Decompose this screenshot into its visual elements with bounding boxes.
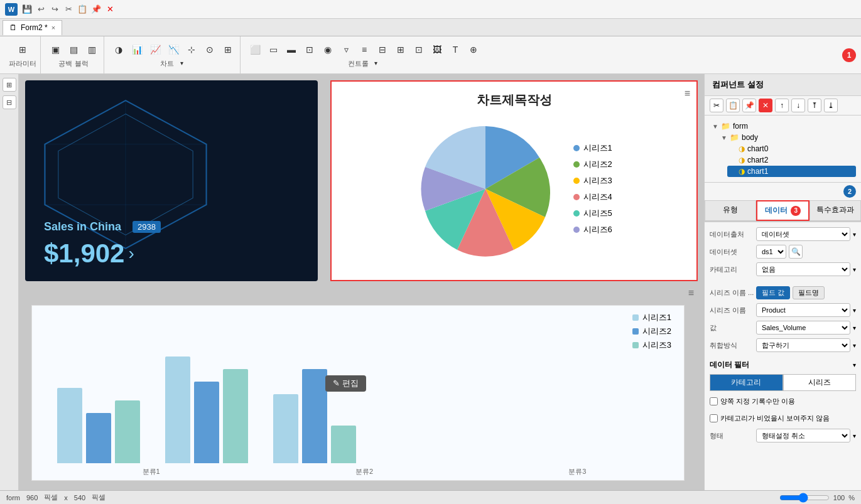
tree-form[interactable]: ▼ 📁 form: [710, 121, 856, 132]
chart-line-icon[interactable]: 📈: [147, 41, 163, 58]
zoom-level: 100: [833, 494, 845, 501]
legend-dot-1: [573, 145, 580, 151]
bar-label-1: 분류1: [57, 467, 245, 476]
pie-chart-body: 시리즈1 시리즈2 시리즈3: [332, 114, 696, 264]
dataset-search-btn[interactable]: 🔍: [789, 245, 803, 259]
copy-btn[interactable]: 📋: [77, 4, 88, 15]
tree-chart0[interactable]: ◑ chart0: [727, 143, 856, 154]
chart-area-icon[interactable]: 📉: [165, 41, 181, 58]
panel-bottom-btn[interactable]: ⤓: [824, 99, 838, 112]
chart-bar-icon[interactable]: 📊: [129, 41, 145, 58]
control-dropdown-btn[interactable]: ▾: [371, 58, 381, 68]
tree-panel: ▼ 📁 form ▼ 📁 body ◑ chart0 ◑ chart2: [705, 115, 861, 183]
zoom-slider[interactable]: [779, 493, 830, 503]
tab-type[interactable]: 유형: [705, 200, 756, 221]
field-name-btn[interactable]: 필드명: [793, 286, 825, 299]
chart-label: 차트: [160, 59, 174, 68]
ctrl-8[interactable]: ⊟: [374, 41, 391, 58]
ctrl-6[interactable]: ▿: [338, 41, 354, 58]
checkbox-1[interactable]: [710, 397, 718, 405]
prop-form-select[interactable]: 형태설정 취소: [756, 429, 850, 442]
tab-close-btn[interactable]: ×: [51, 24, 55, 31]
block-icon-2[interactable]: ▤: [65, 41, 82, 58]
ctrl-9[interactable]: ⊞: [393, 41, 409, 58]
horiz-scroll-icon[interactable]: ≡: [688, 287, 694, 299]
save-btn[interactable]: 💾: [21, 4, 33, 15]
ctrl-13[interactable]: ⊕: [465, 41, 482, 58]
panel-cut-btn[interactable]: ✂: [710, 99, 723, 112]
toolbar: ⊞ 파라미터 ▣ ▤ ▥ 공백 블럭 ◑ 📊 📈 📉 ⊹ ⊙ ⊞: [0, 36, 861, 74]
chart-bubble-icon[interactable]: ⊙: [202, 41, 218, 58]
ctrl-7[interactable]: ≡: [356, 41, 372, 58]
ctrl-10[interactable]: ⊡: [411, 41, 427, 58]
ctrl-11[interactable]: 🖼: [429, 41, 445, 58]
canvas-scroll[interactable]: Sales in China 2938 $1,902 › ≡ 차트제목작성: [19, 74, 704, 490]
form2-tab[interactable]: 🗒 Form2 * ×: [3, 20, 62, 35]
chart-scatter-icon[interactable]: ⊹: [183, 41, 200, 58]
cut-btn[interactable]: ✂: [63, 4, 74, 15]
checkbox-2[interactable]: [710, 414, 718, 422]
tab-data[interactable]: 데이터 3: [756, 200, 809, 221]
tab-effects[interactable]: 특수효과과: [810, 200, 861, 221]
tree-body[interactable]: ▼ 📁 body: [718, 132, 856, 143]
chart-dropdown-btn[interactable]: ▾: [176, 58, 187, 68]
block-icon-1[interactable]: ▣: [47, 41, 63, 58]
undo-btn[interactable]: ↩: [35, 4, 46, 15]
chart-menu-icon[interactable]: ≡: [685, 88, 690, 99]
panel-up-btn[interactable]: ↑: [775, 99, 789, 112]
prop-category-select[interactable]: 없음: [756, 262, 850, 276]
tree-chart1-label: chart1: [747, 167, 768, 176]
category-dropdown-icon: ▾: [853, 266, 856, 273]
value-dropdown-icon: ▾: [853, 324, 856, 331]
filter-tab-series[interactable]: 시리즈: [783, 374, 857, 391]
redo-btn[interactable]: ↪: [49, 4, 60, 15]
chart-grid-icon[interactable]: ⊞: [220, 41, 236, 58]
legend-label-1: 시리즈1: [583, 142, 612, 154]
ctrl-5[interactable]: ◉: [320, 41, 336, 58]
chart-section: ◑ 📊 📈 📉 ⊹ ⊙ ⊞ 차트 ▾: [111, 41, 236, 68]
status-form-label: form: [6, 494, 20, 501]
prop-aggregate-select[interactable]: 합구하기: [756, 338, 850, 352]
zoom-unit: %: [848, 494, 855, 501]
checkbox-2-label: 카테고리가 비었을시 보여주지 않음: [720, 414, 830, 423]
paste-btn[interactable]: 📌: [90, 4, 102, 15]
panel-paste-btn[interactable]: 📌: [742, 99, 756, 112]
tree-chart2-label: chart2: [747, 156, 768, 164]
toolbar-param-group: ⊞ 파라미터: [5, 36, 41, 73]
dark-value: $1,902: [44, 239, 124, 269]
close-btn[interactable]: ✕: [104, 4, 116, 15]
tree-chart1[interactable]: ◑ chart1: [727, 166, 856, 177]
chart-pie-icon[interactable]: ◑: [111, 41, 127, 58]
panel-top-btn[interactable]: ⤒: [808, 99, 821, 112]
param-icon[interactable]: ⊞: [14, 41, 31, 58]
prop-dataset-label: 데이터셋: [710, 247, 754, 257]
data-filter-arrow: ▾: [853, 362, 856, 368]
ctrl-3[interactable]: ▬: [283, 41, 300, 58]
bar-1-2: [86, 413, 111, 463]
field-value-btn[interactable]: 필드 값: [756, 286, 790, 299]
form-icon: 📁: [721, 122, 730, 131]
tree-chart2[interactable]: ◑ chart2: [727, 154, 856, 166]
panel-down-btn[interactable]: ↓: [791, 99, 805, 112]
tree-toggle-form: ▼: [712, 123, 718, 130]
prop-datasource-select[interactable]: 데이터셋: [756, 227, 850, 241]
ctrl-1[interactable]: ⬜: [247, 41, 263, 58]
ctrl-12[interactable]: T: [447, 41, 463, 58]
edit-badge[interactable]: ✎ 편집: [325, 375, 366, 392]
chart-icons: ◑ 📊 📈 📉 ⊹ ⊙ ⊞: [111, 41, 236, 58]
prop-series-field-select[interactable]: Product: [756, 303, 850, 317]
ctrl-2[interactable]: ▭: [265, 41, 281, 58]
bar-legend: 시리즈1 시리즈2 시리즈3: [632, 312, 671, 351]
prop-value-select[interactable]: Sales_Volume: [756, 321, 850, 335]
tree-chart0-label: chart0: [747, 144, 768, 153]
panel-copy-btn[interactable]: 📋: [726, 99, 740, 112]
prop-dataset-select[interactable]: ds1: [756, 245, 786, 259]
sidebar-btn-1[interactable]: ⊞: [3, 78, 16, 92]
ctrl-4[interactable]: ⊡: [301, 41, 318, 58]
status-height-unit: 픽셀: [92, 493, 106, 502]
block-icon-3[interactable]: ▥: [84, 41, 100, 58]
sidebar-btn-2[interactable]: ⊟: [3, 95, 16, 109]
legend-item-1: 시리즈1: [573, 142, 612, 154]
panel-delete-btn[interactable]: ✕: [759, 99, 772, 112]
filter-tab-category[interactable]: 카테고리: [710, 374, 783, 391]
